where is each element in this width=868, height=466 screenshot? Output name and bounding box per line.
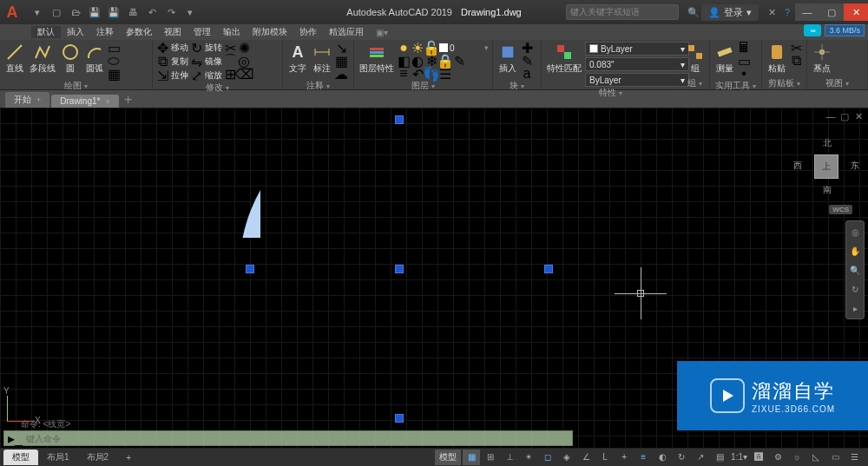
viewcube-top-face[interactable]: 上 — [814, 154, 838, 179]
basepoint-button[interactable]: 基点 — [811, 42, 833, 75]
plot-icon[interactable]: 🖶 — [125, 4, 141, 20]
viewcube-east[interactable]: 东 — [851, 160, 859, 172]
tab-output[interactable]: 输出 — [217, 26, 247, 38]
status-clean-icon[interactable]: ▭ — [826, 450, 844, 465]
grip-top[interactable] — [395, 115, 404, 124]
point-icon[interactable]: • — [738, 68, 750, 80]
window-minimize-button[interactable]: — — [795, 3, 819, 21]
tab-addins[interactable]: 附加模块 — [247, 26, 293, 38]
status-hardware-icon[interactable]: ☼ — [788, 450, 806, 465]
line-button[interactable]: 直线 — [3, 42, 26, 75]
status-osnap-icon[interactable]: ◻ — [539, 450, 556, 465]
open-icon[interactable]: 🗁 — [68, 4, 83, 20]
viewcube-south[interactable]: 南 — [823, 184, 832, 196]
status-scale-icon[interactable]: 1:1▾ — [730, 450, 748, 465]
layer-state-icon[interactable]: ☰ — [439, 68, 451, 80]
status-annoscale-icon[interactable]: 🅰 — [750, 450, 767, 465]
selected-donut[interactable] — [250, 120, 260, 238]
grip-right[interactable] — [544, 265, 553, 273]
nav-showmotion-icon[interactable]: ▸ — [848, 301, 862, 315]
copy-icon[interactable]: ⧉ — [156, 56, 168, 68]
copy-clip-icon[interactable]: ⧉ — [790, 55, 802, 67]
paste-button[interactable]: 粘贴 — [766, 42, 788, 75]
mirror-icon[interactable]: ⇋ — [190, 56, 202, 68]
text-button[interactable]: A 文字 — [286, 42, 309, 75]
doc-restore-icon[interactable]: ▢ — [838, 111, 851, 122]
login-button[interactable]: 👤 登录 ▾ — [701, 4, 759, 21]
tab-start[interactable]: 开始+ — [5, 92, 49, 108]
layer-match-icon[interactable]: ≡ — [398, 68, 410, 80]
tab-model[interactable]: 模型 — [3, 450, 38, 465]
status-workspace-icon[interactable]: ⚙ — [769, 450, 786, 465]
search-icon[interactable]: 🔍 — [686, 4, 701, 20]
layer-make-icon[interactable]: ✎ — [453, 55, 465, 67]
nav-zoom-icon[interactable]: 🔍 — [848, 263, 862, 277]
select-icon[interactable]: ▭ — [738, 55, 750, 67]
window-maximize-button[interactable]: ▢ — [819, 3, 844, 21]
attr-block-icon[interactable]: a — [521, 68, 533, 80]
status-dynin-icon[interactable]: + — [615, 450, 633, 465]
status-cycling-icon[interactable]: ↻ — [673, 450, 690, 465]
tab-view[interactable]: 视图 — [158, 26, 187, 38]
status-snap-icon[interactable]: ⊞ — [482, 450, 499, 465]
lineweight-dropdown[interactable]: 0.083"▾ — [585, 57, 689, 71]
saveas-icon[interactable]: 💾 — [106, 4, 122, 20]
move-icon[interactable]: ✥ — [156, 42, 168, 54]
doc-minimize-icon[interactable]: — — [825, 111, 837, 122]
dimension-button[interactable]: 标注 — [311, 42, 333, 75]
edit-block-icon[interactable]: ✎ — [521, 55, 533, 67]
new-icon[interactable]: ▢ — [49, 4, 64, 20]
panel-util-label[interactable]: 实用工具 — [713, 80, 758, 92]
rectangle-icon[interactable]: ▭ — [108, 42, 120, 54]
viewcube-north[interactable]: 北 — [823, 137, 832, 149]
arc-button[interactable]: 圆弧 — [83, 42, 106, 75]
status-qprop-icon[interactable]: ▤ — [711, 450, 728, 465]
tab-annotate[interactable]: 注释 — [90, 26, 120, 38]
window-close-button[interactable]: ✕ — [844, 3, 868, 21]
grip-left[interactable] — [246, 265, 254, 273]
close-icon[interactable]: × — [105, 97, 109, 106]
tab-collab[interactable]: 协作 — [293, 26, 323, 38]
nav-orbit-icon[interactable]: ↻ — [848, 282, 862, 296]
match-prop-button[interactable]: 特性匹配 — [545, 42, 583, 75]
status-transp-icon[interactable]: ◐ — [654, 450, 671, 465]
panel-group-label[interactable]: 组 — [684, 77, 706, 89]
status-custom-icon[interactable]: ☰ — [845, 450, 863, 465]
circle-button[interactable]: 圆 — [59, 42, 82, 75]
status-3dosnap-icon[interactable]: ◈ — [558, 450, 575, 465]
exchange-icon[interactable]: ✕ — [764, 4, 779, 20]
panel-view-label[interactable]: 视图 — [811, 77, 864, 89]
tab-insert[interactable]: 插入 — [61, 26, 90, 38]
wcs-badge[interactable]: WCS — [829, 205, 852, 214]
stretch-icon[interactable]: ⇲ — [156, 69, 168, 82]
polyline-button[interactable]: 多段线 — [28, 42, 57, 75]
panel-clip-label[interactable]: 剪贴板 — [766, 77, 803, 89]
insert-block-button[interactable]: 插入 — [496, 42, 519, 75]
app-logo[interactable]: A — [0, 0, 24, 24]
status-otrack-icon[interactable]: ∠ — [577, 450, 595, 465]
nav-pan-icon[interactable]: ✋ — [848, 244, 862, 258]
status-ortho-icon[interactable]: ⊥ — [501, 450, 518, 465]
linetype-dropdown[interactable]: ByLayer▾ — [585, 73, 689, 87]
layer-properties-button[interactable]: 图层特性 — [358, 42, 396, 75]
chevron-down-icon[interactable]: ▾ — [484, 43, 489, 52]
command-input-row[interactable]: ▸_ — [3, 430, 573, 446]
tab-default[interactable]: 默认 — [31, 26, 61, 38]
status-grid-icon[interactable]: ▦ — [463, 450, 480, 465]
cut-icon[interactable]: ✂ — [790, 42, 802, 54]
cloud-anno-icon[interactable]: ☁ — [335, 68, 347, 80]
tab-express[interactable]: 精选应用 — [323, 26, 370, 38]
panel-draw-label[interactable]: 绘图 — [3, 80, 148, 92]
erase-icon[interactable]: ⌫ — [238, 68, 250, 80]
hatch-icon[interactable]: ▦ — [108, 68, 120, 80]
help-icon[interactable]: ? — [779, 4, 795, 20]
status-isodraft-icon[interactable]: ◺ — [807, 450, 825, 465]
tab-parametric[interactable]: 参数化 — [120, 26, 158, 38]
scale-icon[interactable]: ⤢ — [190, 69, 202, 82]
nav-wheel-icon[interactable]: ◎ — [848, 225, 862, 239]
layer-walk-icon[interactable]: 👣 — [425, 68, 437, 80]
tab-focus-icon[interactable]: ▣▾ — [370, 28, 394, 37]
command-input[interactable] — [26, 434, 569, 443]
close-icon[interactable]: + — [36, 95, 41, 104]
tab-manage[interactable]: 管理 — [187, 26, 217, 38]
